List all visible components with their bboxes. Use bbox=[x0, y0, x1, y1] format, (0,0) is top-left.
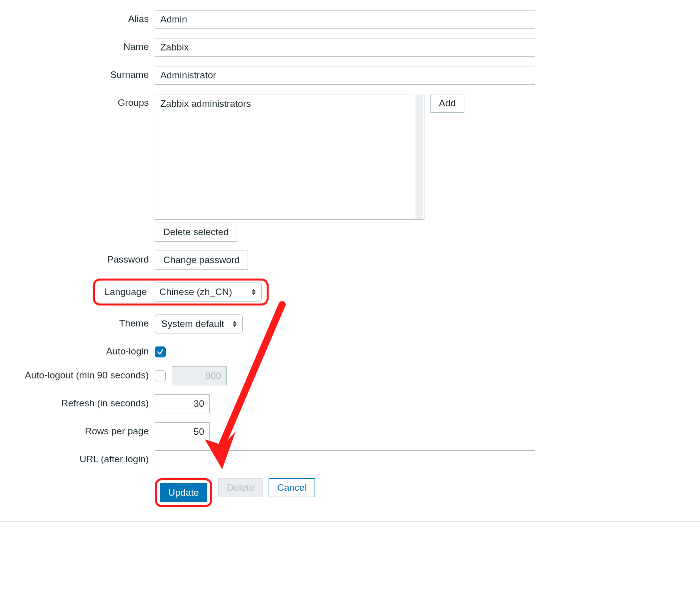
language-select[interactable]: Chinese (zh_CN) bbox=[153, 283, 262, 302]
row-surname: Surname bbox=[0, 66, 700, 85]
theme-value: System default bbox=[161, 318, 224, 329]
label-rowsperpage: Rows per page bbox=[0, 422, 155, 437]
update-button[interactable]: Update bbox=[160, 483, 207, 502]
row-rowsperpage: Rows per page bbox=[0, 422, 700, 441]
label-surname: Surname bbox=[0, 66, 155, 80]
surname-input[interactable] bbox=[155, 66, 535, 85]
url-input[interactable] bbox=[155, 450, 535, 469]
label-url: URL (after login) bbox=[0, 450, 155, 465]
alias-input[interactable] bbox=[155, 10, 535, 29]
row-buttons: Update Delete Cancel bbox=[0, 478, 700, 507]
row-groups-actions: Delete selected bbox=[0, 223, 700, 242]
label-refresh: Refresh (in seconds) bbox=[0, 394, 155, 409]
chevron-updown-icon bbox=[232, 321, 237, 327]
label-password: Password bbox=[0, 251, 155, 265]
groups-item[interactable]: Zabbix administrators bbox=[155, 94, 424, 113]
name-input[interactable] bbox=[155, 38, 535, 57]
language-highlight: Language Chinese (zh_CN) bbox=[93, 279, 269, 305]
delete-button: Delete bbox=[218, 478, 263, 497]
label-groups: Groups bbox=[0, 94, 155, 108]
chevron-updown-icon bbox=[251, 289, 256, 295]
row-groups: Groups Zabbix administrators Add bbox=[0, 94, 700, 220]
row-autologout: Auto-logout (min 90 seconds) bbox=[0, 366, 700, 385]
add-group-button[interactable]: Add bbox=[430, 94, 464, 113]
row-name: Name bbox=[0, 38, 700, 57]
label-language: Language bbox=[98, 287, 153, 298]
theme-select[interactable]: System default bbox=[155, 314, 243, 333]
refresh-input[interactable] bbox=[155, 394, 210, 413]
update-highlight: Update bbox=[155, 478, 212, 507]
language-value: Chinese (zh_CN) bbox=[159, 287, 232, 298]
row-refresh: Refresh (in seconds) bbox=[0, 394, 700, 413]
check-icon bbox=[157, 348, 164, 355]
row-alias: Alias bbox=[0, 10, 700, 29]
autologout-checkbox[interactable] bbox=[155, 370, 166, 381]
row-password: Password Change password bbox=[0, 251, 700, 270]
label-theme: Theme bbox=[0, 314, 155, 329]
label-alias: Alias bbox=[0, 10, 155, 24]
rowsperpage-input[interactable] bbox=[155, 422, 210, 441]
groups-listbox[interactable]: Zabbix administrators bbox=[155, 94, 424, 220]
change-password-button[interactable]: Change password bbox=[155, 251, 248, 270]
autologin-checkbox[interactable] bbox=[155, 346, 166, 357]
label-autologout: Auto-logout (min 90 seconds) bbox=[0, 366, 155, 381]
row-url: URL (after login) bbox=[0, 450, 700, 469]
row-theme: Theme System default bbox=[0, 314, 700, 333]
delete-selected-button[interactable]: Delete selected bbox=[155, 223, 237, 242]
label-name: Name bbox=[0, 38, 155, 52]
row-language: Language Chinese (zh_CN) bbox=[93, 279, 700, 305]
user-form: Alias Name Surname Groups Zabbix adminis… bbox=[0, 0, 700, 522]
autologout-input bbox=[172, 366, 227, 385]
row-autologin: Auto-login bbox=[0, 342, 700, 357]
label-autologin: Auto-login bbox=[0, 342, 155, 357]
cancel-button[interactable]: Cancel bbox=[269, 478, 315, 497]
